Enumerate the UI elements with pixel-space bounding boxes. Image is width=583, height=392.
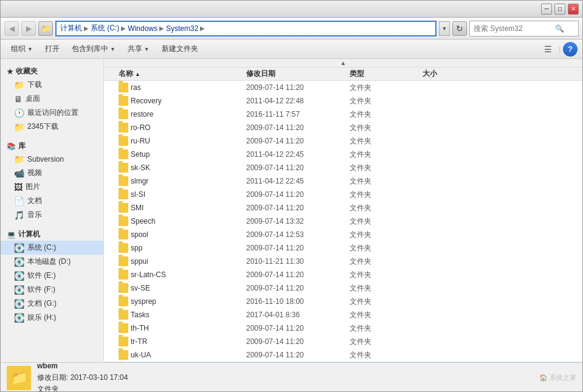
table-row[interactable]: sppui 2010-11-21 11:30 文件夹 — [104, 255, 582, 268]
organize-button[interactable]: 组织 ▼ — [5, 41, 38, 57]
file-date-cell: 2009-07-14 13:32 — [246, 217, 350, 225]
file-type-cell: 文件夹 — [350, 323, 423, 334]
breadcrumb-windows[interactable]: Windows — [128, 24, 157, 33]
file-type-cell: 文件夹 — [350, 136, 423, 146]
address-dropdown[interactable]: ▼ — [439, 21, 450, 36]
back-button[interactable]: ◀ — [4, 21, 19, 36]
col-header-date[interactable]: 修改日期 — [246, 69, 350, 79]
sidebar-item-h-drive[interactable]: 💽 娱乐 (H:) — [1, 311, 103, 325]
table-row[interactable]: sr-Latn-CS 2009-07-14 11:20 文件夹 — [104, 268, 582, 281]
sidebar-item-f-drive[interactable]: 💽 软件 (F:) — [1, 283, 103, 297]
table-row[interactable]: wbem 2017-03-10 17:04 文件夹 — [104, 362, 582, 362]
address-input[interactable]: 计算机 ▶ 系统 (C:) ▶ Windows ▶ System32 ▶ — [55, 21, 436, 36]
sidebar-divider-2 — [1, 222, 103, 227]
table-row[interactable]: restore 2016-11-11 7:57 文件夹 — [104, 108, 582, 121]
search-input[interactable] — [474, 24, 553, 33]
toolbar-right: ☰ | ? — [540, 41, 578, 57]
desktop-icon: 🖥 — [14, 94, 22, 104]
folder-icon — [119, 310, 128, 320]
sidebar-item-c-drive[interactable]: 💽 系统 (C:) — [1, 241, 103, 255]
table-row[interactable]: sk-SK 2009-07-14 11:20 文件夹 — [104, 161, 582, 174]
table-row[interactable]: SMI 2009-07-14 11:20 文件夹 — [104, 201, 582, 215]
folder-icon — [119, 216, 128, 226]
folder-icon — [119, 109, 128, 119]
minimize-button[interactable]: ─ — [541, 4, 552, 15]
new-folder-button[interactable]: 新建文件夹 — [156, 41, 204, 57]
sidebar-item-music[interactable]: 🎵 音乐 — [1, 208, 103, 222]
include-library-button[interactable]: 包含到库中 ▼ — [66, 41, 121, 57]
table-row[interactable]: spp 2009-07-14 11:20 文件夹 — [104, 241, 582, 255]
close-button[interactable]: ✕ — [568, 4, 579, 15]
table-row[interactable]: ro-RO 2009-07-14 11:20 文件夹 — [104, 121, 582, 134]
file-list-header: 名称▲ 修改日期 类型 大小 — [104, 67, 582, 81]
open-button[interactable]: 打开 — [40, 41, 65, 57]
sidebar-item-downloads[interactable]: 📁 下载 — [1, 78, 103, 92]
file-type-cell: 文件夹 — [350, 283, 423, 294]
organize-label: 组织 — [11, 44, 26, 54]
file-name: sysprep — [131, 297, 156, 306]
file-date-cell: 2009-07-14 11:20 — [246, 137, 350, 145]
maximize-button[interactable]: □ — [554, 4, 565, 15]
scroll-up-button[interactable]: ▲ — [104, 59, 582, 67]
table-row[interactable]: slmgr 2011-04-12 22:45 文件夹 — [104, 174, 582, 188]
file-name: sk-SK — [131, 163, 150, 172]
breadcrumb-c[interactable]: 系统 (C:) — [91, 23, 119, 33]
col-header-size[interactable]: 大小 — [423, 69, 483, 79]
file-date-cell: 2009-07-14 11:20 — [246, 284, 350, 292]
table-row[interactable]: ru-RU 2009-07-14 11:20 文件夹 — [104, 134, 582, 148]
file-type-cell: 文件夹 — [350, 109, 423, 120]
sidebar-item-desktop[interactable]: 🖥 桌面 — [1, 92, 103, 106]
col-header-type[interactable]: 类型 — [350, 69, 423, 79]
documents-icon: 📄 — [14, 196, 24, 206]
table-row[interactable]: sysprep 2016-11-10 18:00 文件夹 — [104, 295, 582, 308]
sidebar-item-pictures[interactable]: 🖼 图片 — [1, 180, 103, 194]
file-type-cell: 文件夹 — [350, 297, 423, 307]
sidebar-item-d-drive[interactable]: 💽 本地磁盘 (D:) — [1, 255, 103, 269]
breadcrumb-system32[interactable]: System32 — [166, 24, 198, 33]
sidebar-item-e-drive[interactable]: 💽 软件 (E:) — [1, 269, 103, 283]
folder-icon — [119, 270, 128, 280]
watermark: 🏠 系统之家 — [539, 373, 576, 382]
sidebar-item-g-drive[interactable]: 💽 文档 (G:) — [1, 297, 103, 311]
file-name-cell: Setup — [106, 150, 246, 159]
sidebar-item-2345[interactable]: 📁 2345下载 — [1, 120, 103, 134]
forward-button[interactable]: ▶ — [21, 21, 36, 36]
file-name-cell: sv-SE — [106, 283, 246, 293]
file-name: ras — [131, 83, 141, 92]
col-header-name[interactable]: 名称▲ — [106, 69, 246, 79]
view-toggle-button[interactable]: ☰ — [540, 41, 556, 57]
sidebar-item-documents[interactable]: 📄 文档 — [1, 194, 103, 208]
folder-icon — [119, 323, 128, 333]
table-row[interactable]: ras 2009-07-14 11:20 文件夹 — [104, 81, 582, 94]
file-list-with-scroll: ras 2009-07-14 11:20 文件夹 Recovery 2011-0… — [104, 81, 582, 362]
file-name-cell: ru-RU — [106, 136, 246, 146]
refresh-button[interactable]: ↻ — [452, 21, 467, 36]
file-type-cell: 文件夹 — [350, 337, 423, 347]
table-row[interactable]: sv-SE 2009-07-14 11:20 文件夹 — [104, 281, 582, 295]
table-row[interactable]: sl-SI 2009-07-14 11:20 文件夹 — [104, 188, 582, 201]
table-row[interactable]: th-TH 2009-07-14 11:20 文件夹 — [104, 322, 582, 335]
folder-up-button[interactable]: 📁 — [38, 21, 53, 36]
file-name-cell: th-TH — [106, 323, 246, 333]
table-row[interactable]: spool 2009-07-14 12:53 文件夹 — [104, 228, 582, 241]
file-name-cell: tr-TR — [106, 337, 246, 346]
table-row[interactable]: Speech 2009-07-14 13:32 文件夹 — [104, 215, 582, 228]
table-row[interactable]: Setup 2011-04-12 22:45 文件夹 — [104, 148, 582, 161]
file-name: tr-TR — [131, 337, 147, 346]
title-bar: ─ □ ✕ — [1, 1, 582, 18]
sidebar-item-subversion[interactable]: 📁 Subversion — [1, 153, 103, 166]
table-row[interactable]: Recovery 2011-04-12 22:48 文件夹 — [104, 94, 582, 108]
sidebar-item-recent[interactable]: 🕐 最近访问的位置 — [1, 106, 103, 120]
table-row[interactable]: Tasks 2017-04-01 8:36 文件夹 — [104, 308, 582, 322]
music-icon: 🎵 — [14, 210, 24, 220]
file-date-cell: 2016-11-11 7:57 — [246, 110, 350, 119]
file-name-cell: uk-UA — [106, 350, 246, 360]
breadcrumb-computer[interactable]: 计算机 — [60, 23, 82, 33]
help-button[interactable]: ? — [563, 42, 578, 57]
share-button[interactable]: 共享 ▼ — [122, 41, 155, 57]
table-row[interactable]: uk-UA 2009-07-14 11:20 文件夹 — [104, 348, 582, 362]
2345-icon: 📁 — [14, 122, 24, 132]
table-row[interactable]: tr-TR 2009-07-14 11:20 文件夹 — [104, 335, 582, 348]
file-name: Recovery — [131, 97, 162, 105]
sidebar-item-video[interactable]: 📹 视频 — [1, 166, 103, 180]
